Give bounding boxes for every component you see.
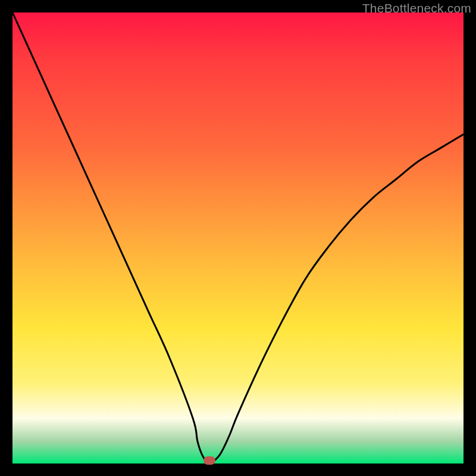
bottleneck-curve [12, 12, 464, 464]
optimum-marker [203, 456, 215, 465]
watermark-text: TheBottleneck.com [362, 1, 471, 15]
chart-frame: TheBottleneck.com [0, 0, 476, 476]
curve-path [12, 12, 464, 464]
plot-area [12, 12, 464, 464]
